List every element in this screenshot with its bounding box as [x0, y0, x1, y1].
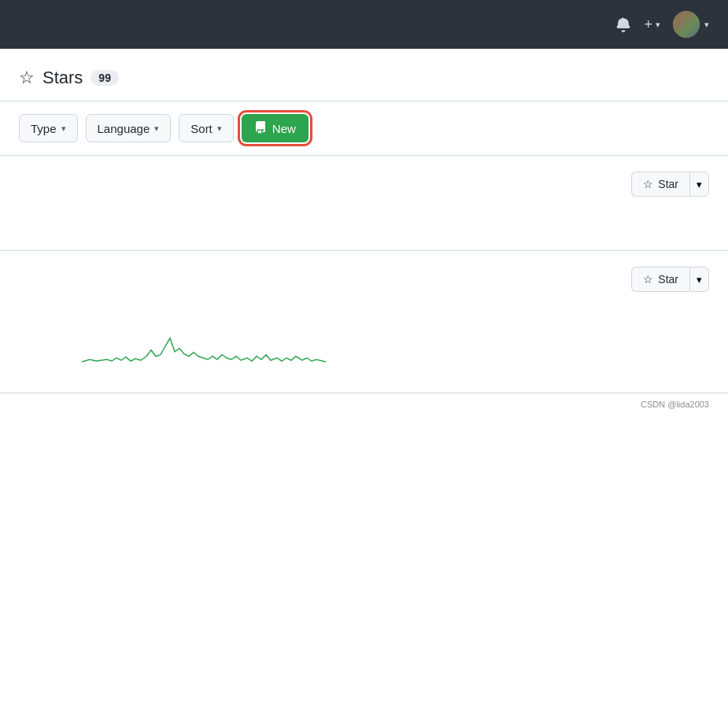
repo-item-1-actions: ☆ Star ▾ — [631, 171, 709, 197]
top-navbar: + ▾ ▾ — [0, 0, 728, 49]
type-label: Type — [31, 122, 57, 135]
create-dropdown-arrow: ▾ — [656, 20, 660, 30]
notification-icon[interactable] — [615, 17, 631, 32]
stars-header: ☆ Stars 99 — [0, 68, 728, 101]
repo-item-2-content — [19, 267, 709, 314]
star-button-1[interactable]: ☆ Star — [631, 171, 689, 197]
new-label: New — [272, 122, 296, 135]
toolbar: Type ▾ Language ▾ Sort ▾ New — [0, 101, 728, 155]
user-menu[interactable]: ▾ — [673, 11, 709, 38]
star-icon-1: ☆ — [643, 178, 653, 190]
repo-item-2: ☆ Star ▾ — [0, 251, 728, 393]
watermark-text: CSDN @lida2003 — [641, 400, 709, 409]
stars-count-badge: 99 — [91, 70, 119, 86]
sort-dropdown-arrow: ▾ — [217, 123, 222, 134]
repo-list: ☆ Star ▾ ☆ Star ▾ — [0, 156, 728, 393]
language-dropdown-arrow: ▾ — [154, 123, 159, 134]
main-content: ☆ Stars 99 Type ▾ Language ▾ Sort ▾ — [0, 49, 728, 422]
create-menu[interactable]: + ▾ — [644, 17, 660, 33]
stars-title: Stars — [42, 68, 83, 88]
star-dropdown-button-2[interactable]: ▾ — [689, 267, 709, 292]
stars-star-icon: ☆ — [19, 68, 35, 88]
avatar[interactable] — [673, 11, 700, 38]
sort-label: Sort — [190, 122, 212, 135]
new-repo-icon — [254, 121, 267, 136]
sort-dropdown[interactable]: Sort ▾ — [179, 114, 234, 142]
type-dropdown[interactable]: Type ▾ — [19, 114, 78, 142]
star-label-1: Star — [658, 178, 678, 190]
watermark: CSDN @lida2003 — [0, 393, 728, 422]
type-dropdown-arrow: ▾ — [61, 123, 66, 134]
avatar-image — [673, 11, 700, 38]
language-label: Language — [98, 122, 150, 135]
repo-item: ☆ Star ▾ — [0, 156, 728, 251]
star-icon-2: ☆ — [643, 273, 653, 286]
star-dropdown-button-1[interactable]: ▾ — [689, 171, 709, 197]
repo-item-2-actions: ☆ Star ▾ — [631, 267, 709, 292]
repo-item-1-content — [19, 171, 709, 234]
star-button-2[interactable]: ☆ Star — [631, 267, 689, 292]
star-dropdown-arrow-1: ▾ — [697, 179, 702, 190]
star-dropdown-arrow-2: ▾ — [697, 274, 702, 286]
new-repository-button[interactable]: New — [242, 114, 309, 142]
user-dropdown-arrow: ▾ — [704, 20, 709, 30]
plus-icon: + — [644, 17, 652, 33]
star-label-2: Star — [658, 273, 678, 286]
language-dropdown[interactable]: Language ▾ — [86, 114, 172, 142]
activity-chart — [19, 326, 709, 377]
